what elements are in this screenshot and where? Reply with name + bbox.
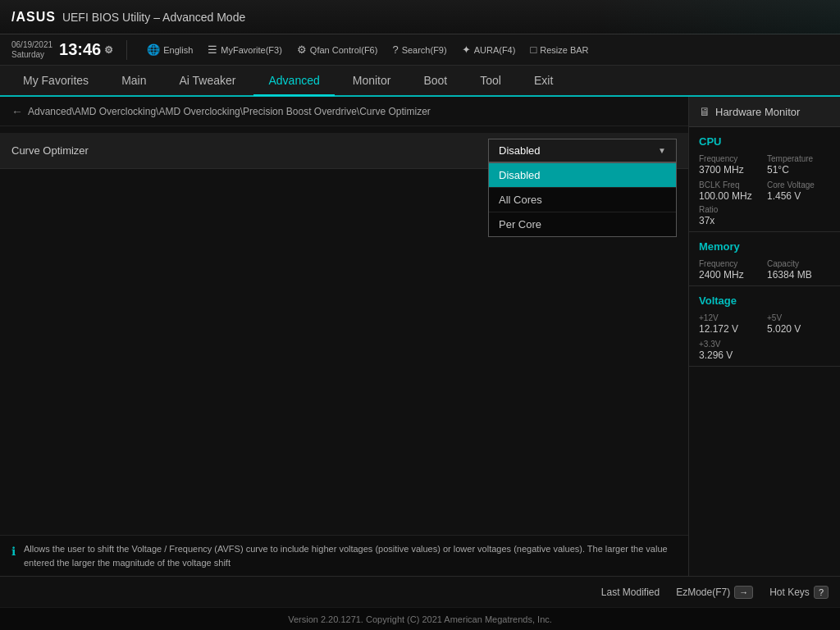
hw-monitor-panel: 🖥 Hardware Monitor CPU Frequency 3700 MH… xyxy=(688,97,840,576)
info-icon: ℹ xyxy=(11,543,16,560)
ez-mode-btn[interactable]: EzMode(F7) → xyxy=(676,586,753,599)
nav-advanced[interactable]: Advanced xyxy=(253,66,334,96)
nav-boot[interactable]: Boot xyxy=(409,66,462,95)
cpu-ratio-label: Ratio xyxy=(699,205,830,214)
hot-keys-label: Hot Keys xyxy=(769,587,810,598)
fan-icon: ⚙ xyxy=(297,43,307,56)
language-label: English xyxy=(163,45,193,55)
cpu-temperature-value: 51°C xyxy=(767,164,830,176)
search-label: Search(F9) xyxy=(402,45,447,55)
bclk-freq-label: BCLK Freq xyxy=(699,180,762,189)
cpu-frequency-label: Frequency xyxy=(699,154,762,163)
mem-frequency-value: 2400 MHz xyxy=(699,269,762,281)
mem-capacity-label: Capacity xyxy=(767,259,830,268)
cpu-ratio-value: 37x xyxy=(699,215,830,226)
hw-monitor-title: Hardware Monitor xyxy=(715,106,800,118)
breadcrumb-path: Advanced\AMD Overclocking\AMD Overclocki… xyxy=(28,106,431,117)
aura-icon: ✦ xyxy=(462,43,471,56)
voltage-section-title: Voltage xyxy=(699,294,830,307)
core-voltage-label: Core Voltage xyxy=(767,180,830,189)
cpu-temperature-stat: Temperature 51°C xyxy=(767,154,830,176)
info-text: Allows the user to shift the Voltage / F… xyxy=(24,542,677,569)
core-voltage-value: 1.456 V xyxy=(767,190,830,202)
curve-optimizer-label: Curve Optimizer xyxy=(11,144,488,157)
search-icon: ? xyxy=(392,43,398,56)
cpu-frequency-value: 3700 MHz xyxy=(699,164,762,176)
topbar-items: 🌐 English ☰ MyFavorite(F3) ⚙ Qfan Contro… xyxy=(147,43,829,56)
v33-stat: +3.3V 3.296 V xyxy=(699,340,762,361)
breadcrumb: ← Advanced\AMD Overclocking\AMD Overcloc… xyxy=(0,97,688,126)
day-display: Saturday xyxy=(11,50,52,60)
last-modified-btn[interactable]: Last Modified xyxy=(601,587,660,598)
search-btn[interactable]: ? Search(F9) xyxy=(392,43,446,56)
nav-tool[interactable]: Tool xyxy=(465,66,516,95)
bclk-freq-value: 100.00 MHz xyxy=(699,190,762,202)
globe-icon: 🌐 xyxy=(147,43,160,56)
back-arrow[interactable]: ← xyxy=(11,105,23,118)
version-bar: Version 2.20.1271. Copyright (C) 2021 Am… xyxy=(0,607,840,630)
v5-stat: +5V 5.020 V xyxy=(767,313,830,335)
cpu-section-title: CPU xyxy=(699,135,830,148)
dropdown-option-per-core[interactable]: Per Core xyxy=(489,212,676,236)
nav-main[interactable]: Main xyxy=(107,66,161,95)
v5-value: 5.020 V xyxy=(767,323,830,335)
nav-my-favorites[interactable]: My Favorites xyxy=(8,66,103,95)
aura-label: AURA(F4) xyxy=(474,45,516,55)
hot-keys-icon: ? xyxy=(814,586,829,599)
datetime: 06/19/2021 Saturday xyxy=(11,40,52,60)
version-text: Version 2.20.1271. Copyright (C) 2021 Am… xyxy=(288,614,552,624)
date-display: 06/19/2021 xyxy=(11,40,52,50)
info-bar: ℹ Allows the user to shift the Voltage /… xyxy=(0,535,688,576)
settings-icon[interactable]: ⚙ xyxy=(104,44,113,56)
v5-label: +5V xyxy=(767,313,830,322)
header: /ASUS UEFI BIOS Utility – Advanced Mode xyxy=(0,0,840,34)
topbar: 06/19/2021 Saturday 13:46 ⚙ 🌐 English ☰ … xyxy=(0,34,840,66)
dropdown-container: Disabled ▼ Disabled All Cores Per Core xyxy=(488,139,677,162)
hw-monitor-header: 🖥 Hardware Monitor xyxy=(689,97,840,127)
resize-bar-btn[interactable]: □ Resize BAR xyxy=(530,43,588,56)
hot-keys-btn[interactable]: Hot Keys ? xyxy=(769,586,829,599)
nav-exit[interactable]: Exit xyxy=(519,66,568,95)
favorite-icon: ☰ xyxy=(208,43,217,56)
ez-mode-arrow-icon: → xyxy=(734,586,753,599)
footer: Last Modified EzMode(F7) → Hot Keys ? xyxy=(0,576,840,607)
memory-section: Memory Frequency 2400 MHz Capacity 16384… xyxy=(689,232,840,286)
resize-label: Resize BAR xyxy=(540,45,588,55)
language-selector[interactable]: 🌐 English xyxy=(147,43,193,56)
bios-title: UEFI BIOS Utility – Advanced Mode xyxy=(62,11,245,24)
cpu-frequency-stat: Frequency 3700 MHz xyxy=(699,154,762,176)
voltage-stats: +12V 12.172 V +5V 5.020 V +3.3V 3.296 V xyxy=(699,313,830,361)
memory-section-title: Memory xyxy=(699,240,830,253)
dropdown-option-disabled[interactable]: Disabled xyxy=(489,163,676,188)
monitor-icon: 🖥 xyxy=(699,105,710,118)
cpu-temperature-label: Temperature xyxy=(767,154,830,163)
dropdown-list: Disabled All Cores Per Core xyxy=(488,162,677,237)
dropdown-current-value: Disabled xyxy=(499,144,541,157)
nav-monitor[interactable]: Monitor xyxy=(338,66,406,95)
v12-stat: +12V 12.172 V xyxy=(699,313,762,335)
mem-frequency-label: Frequency xyxy=(699,259,762,268)
curve-optimizer-row: Curve Optimizer Disabled ▼ Disabled All … xyxy=(0,133,688,169)
dropdown-option-all-cores[interactable]: All Cores xyxy=(489,188,676,212)
aura-btn[interactable]: ✦ AURA(F4) xyxy=(462,43,516,56)
time-text: 13:46 xyxy=(59,40,101,59)
my-favorite-btn[interactable]: ☰ MyFavorite(F3) xyxy=(208,43,282,56)
last-modified-label: Last Modified xyxy=(601,587,660,598)
content-area: ← Advanced\AMD Overclocking\AMD Overcloc… xyxy=(0,97,688,576)
v12-label: +12V xyxy=(699,313,762,322)
dropdown-button[interactable]: Disabled ▼ xyxy=(488,139,677,162)
v12-value: 12.172 V xyxy=(699,323,762,335)
v33-label: +3.3V xyxy=(699,340,762,349)
qfan-btn[interactable]: ⚙ Qfan Control(F6) xyxy=(297,43,378,56)
core-voltage-stat: Core Voltage 1.456 V xyxy=(767,180,830,202)
asus-logo: /ASUS xyxy=(11,10,56,25)
mem-capacity-stat: Capacity 16384 MB xyxy=(767,259,830,281)
ez-mode-label: EzMode(F7) xyxy=(676,587,730,598)
favorite-label: MyFavorite(F3) xyxy=(221,45,282,55)
nav-ai-tweaker[interactable]: Ai Tweaker xyxy=(164,66,250,95)
voltage-section: Voltage +12V 12.172 V +5V 5.020 V +3.3V … xyxy=(689,286,840,367)
memory-stats: Frequency 2400 MHz Capacity 16384 MB xyxy=(699,259,830,281)
mem-frequency-stat: Frequency 2400 MHz xyxy=(699,259,762,281)
v33-value: 3.296 V xyxy=(699,349,762,361)
time-display: 13:46 ⚙ xyxy=(59,40,113,59)
